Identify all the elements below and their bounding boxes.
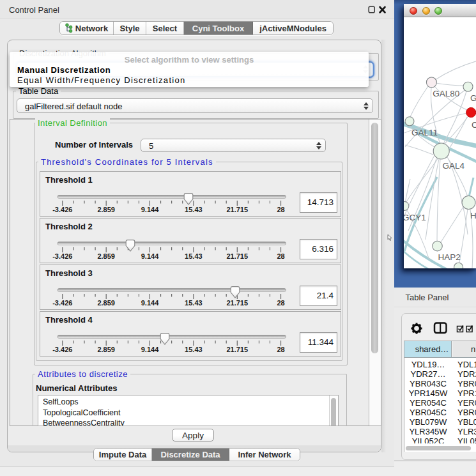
svg-text:28: 28 (277, 346, 284, 353)
svg-text:GAL80: GAL80 (433, 89, 459, 98)
svg-text:-3.426: -3.426 (52, 206, 72, 213)
svg-text:GA: GA (470, 93, 476, 103)
svg-text:28: 28 (277, 299, 284, 307)
svg-text:15.43: 15.43 (185, 346, 203, 353)
svg-text:-3.426: -3.426 (52, 252, 72, 260)
svg-text:21.715: 21.715 (226, 206, 248, 213)
svg-text:15.43: 15.43 (185, 206, 203, 213)
svg-text:9.144: 9.144 (141, 206, 159, 213)
svg-text:21.715: 21.715 (226, 346, 248, 353)
svg-text:CY: CY (472, 120, 476, 130)
svg-text:21.715: 21.715 (226, 252, 248, 260)
svg-text:21.715: 21.715 (226, 299, 248, 307)
svg-text:-3.426: -3.426 (52, 299, 72, 307)
svg-text:2.859: 2.859 (97, 299, 115, 307)
svg-text:GAL11: GAL11 (411, 128, 438, 137)
svg-text:2.859: 2.859 (97, 206, 115, 213)
svg-text:15.43: 15.43 (185, 252, 203, 260)
svg-text:HAP2: HAP2 (438, 252, 461, 262)
svg-text:2.859: 2.859 (97, 346, 115, 353)
svg-text:15.43: 15.43 (185, 299, 203, 307)
svg-text:GAL4: GAL4 (443, 161, 465, 171)
svg-text:9.144: 9.144 (141, 252, 159, 260)
svg-text:28: 28 (277, 252, 284, 260)
svg-text:GCY1: GCY1 (404, 213, 426, 222)
svg-text:9.144: 9.144 (141, 346, 159, 353)
svg-text:28: 28 (277, 206, 284, 213)
svg-text:9.144: 9.144 (141, 299, 159, 307)
svg-text:-3.426: -3.426 (52, 346, 72, 353)
svg-text:2.859: 2.859 (97, 252, 115, 260)
svg-text:HA: HA (470, 211, 476, 220)
